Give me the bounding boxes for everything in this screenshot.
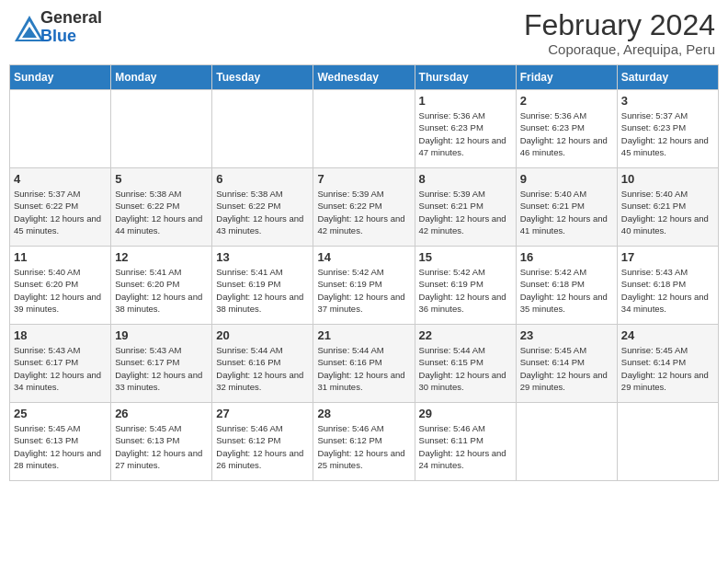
calendar-cell: 11Sunrise: 5:40 AM Sunset: 6:20 PM Dayli…: [10, 247, 111, 325]
calendar-cell: [212, 90, 313, 168]
day-info: Sunrise: 5:45 AM Sunset: 6:14 PM Dayligh…: [621, 344, 714, 393]
day-info: Sunrise: 5:46 AM Sunset: 6:12 PM Dayligh…: [317, 422, 410, 471]
day-info: Sunrise: 5:42 AM Sunset: 6:19 PM Dayligh…: [419, 266, 512, 315]
calendar-cell: 15Sunrise: 5:42 AM Sunset: 6:19 PM Dayli…: [415, 247, 516, 325]
header-cell-thursday: Thursday: [415, 65, 516, 90]
calendar-cell: [10, 90, 111, 168]
day-number: 12: [115, 250, 208, 264]
day-number: 27: [216, 407, 309, 420]
calendar-cell: 14Sunrise: 5:42 AM Sunset: 6:19 PM Dayli…: [313, 247, 415, 325]
day-number: 3: [621, 94, 714, 108]
day-info: Sunrise: 5:42 AM Sunset: 6:19 PM Dayligh…: [317, 266, 410, 315]
calendar-cell: 21Sunrise: 5:44 AM Sunset: 6:16 PM Dayli…: [313, 325, 415, 403]
day-info: Sunrise: 5:42 AM Sunset: 6:18 PM Dayligh…: [520, 266, 613, 315]
day-number: 15: [419, 250, 512, 264]
calendar-cell: 24Sunrise: 5:45 AM Sunset: 6:14 PM Dayli…: [617, 325, 718, 403]
day-info: Sunrise: 5:45 AM Sunset: 6:13 PM Dayligh…: [14, 422, 107, 471]
day-number: 26: [115, 407, 208, 420]
calendar-cell: [111, 90, 212, 168]
day-number: 21: [317, 328, 410, 342]
calendar-cell: 9Sunrise: 5:40 AM Sunset: 6:21 PM Daylig…: [516, 168, 617, 247]
calendar-week-2: 11Sunrise: 5:40 AM Sunset: 6:20 PM Dayli…: [10, 247, 719, 325]
calendar-cell: 12Sunrise: 5:41 AM Sunset: 6:20 PM Dayli…: [111, 247, 212, 325]
day-info: Sunrise: 5:36 AM Sunset: 6:23 PM Dayligh…: [419, 109, 512, 158]
header-cell-friday: Friday: [516, 65, 617, 90]
calendar-cell: 1Sunrise: 5:36 AM Sunset: 6:23 PM Daylig…: [415, 90, 516, 168]
calendar-week-1: 4Sunrise: 5:37 AM Sunset: 6:22 PM Daylig…: [10, 168, 719, 247]
calendar-cell: 13Sunrise: 5:41 AM Sunset: 6:19 PM Dayli…: [212, 247, 313, 325]
day-number: 19: [115, 328, 208, 342]
day-info: Sunrise: 5:37 AM Sunset: 6:23 PM Dayligh…: [621, 109, 714, 158]
day-info: Sunrise: 5:43 AM Sunset: 6:18 PM Dayligh…: [621, 266, 714, 315]
day-info: Sunrise: 5:46 AM Sunset: 6:11 PM Dayligh…: [419, 422, 512, 471]
calendar-table: SundayMondayTuesdayWednesdayThursdayFrid…: [9, 64, 719, 481]
calendar-week-3: 18Sunrise: 5:43 AM Sunset: 6:17 PM Dayli…: [10, 325, 719, 403]
day-number: 17: [621, 250, 714, 264]
day-number: 23: [520, 328, 613, 342]
day-info: Sunrise: 5:40 AM Sunset: 6:20 PM Dayligh…: [14, 266, 107, 315]
calendar-body: 1Sunrise: 5:36 AM Sunset: 6:23 PM Daylig…: [10, 90, 719, 481]
day-number: 25: [14, 407, 107, 420]
logo-text: GeneralBlue: [40, 9, 102, 46]
calendar-cell: 20Sunrise: 5:44 AM Sunset: 6:16 PM Dayli…: [212, 325, 313, 403]
calendar-week-4: 25Sunrise: 5:45 AM Sunset: 6:13 PM Dayli…: [10, 403, 719, 481]
day-info: Sunrise: 5:40 AM Sunset: 6:21 PM Dayligh…: [520, 188, 613, 236]
day-number: 10: [621, 172, 714, 186]
calendar-cell: 23Sunrise: 5:45 AM Sunset: 6:14 PM Dayli…: [516, 325, 617, 403]
day-info: Sunrise: 5:45 AM Sunset: 6:14 PM Dayligh…: [520, 344, 613, 393]
day-number: 13: [216, 250, 309, 264]
day-number: 24: [621, 328, 714, 342]
calendar-cell: [617, 403, 718, 481]
day-number: 6: [216, 172, 309, 186]
logo-blue: Blue: [40, 27, 76, 45]
calendar-cell: 25Sunrise: 5:45 AM Sunset: 6:13 PM Dayli…: [10, 403, 111, 481]
day-info: Sunrise: 5:41 AM Sunset: 6:20 PM Dayligh…: [115, 266, 208, 315]
day-info: Sunrise: 5:45 AM Sunset: 6:13 PM Dayligh…: [115, 422, 208, 471]
day-number: 14: [317, 250, 410, 264]
logo: GeneralBlue: [13, 9, 102, 46]
calendar-cell: 27Sunrise: 5:46 AM Sunset: 6:12 PM Dayli…: [212, 403, 313, 481]
calendar-week-0: 1Sunrise: 5:36 AM Sunset: 6:23 PM Daylig…: [10, 90, 719, 168]
header-cell-sunday: Sunday: [10, 65, 111, 90]
calendar-cell: 8Sunrise: 5:39 AM Sunset: 6:21 PM Daylig…: [415, 168, 516, 247]
day-number: 7: [317, 172, 410, 186]
day-info: Sunrise: 5:44 AM Sunset: 6:16 PM Dayligh…: [216, 344, 309, 393]
calendar-cell: 29Sunrise: 5:46 AM Sunset: 6:11 PM Dayli…: [415, 403, 516, 481]
calendar-cell: 6Sunrise: 5:38 AM Sunset: 6:22 PM Daylig…: [212, 168, 313, 247]
day-info: Sunrise: 5:43 AM Sunset: 6:17 PM Dayligh…: [115, 344, 208, 393]
day-info: Sunrise: 5:40 AM Sunset: 6:21 PM Dayligh…: [621, 188, 714, 236]
location-subtitle: Coporaque, Arequipa, Peru: [524, 41, 715, 57]
day-info: Sunrise: 5:38 AM Sunset: 6:22 PM Dayligh…: [216, 188, 309, 236]
header-cell-wednesday: Wednesday: [313, 65, 415, 90]
calendar-cell: 28Sunrise: 5:46 AM Sunset: 6:12 PM Dayli…: [313, 403, 415, 481]
day-info: Sunrise: 5:43 AM Sunset: 6:17 PM Dayligh…: [14, 344, 107, 393]
day-number: 18: [14, 328, 107, 342]
header-cell-tuesday: Tuesday: [212, 65, 313, 90]
day-number: 4: [14, 172, 107, 186]
day-info: Sunrise: 5:46 AM Sunset: 6:12 PM Dayligh…: [216, 422, 309, 471]
day-info: Sunrise: 5:44 AM Sunset: 6:16 PM Dayligh…: [317, 344, 410, 393]
calendar-cell: 18Sunrise: 5:43 AM Sunset: 6:17 PM Dayli…: [10, 325, 111, 403]
page-header: GeneralBlue February 2024 Coporaque, Are…: [9, 9, 719, 57]
calendar-cell: 2Sunrise: 5:36 AM Sunset: 6:23 PM Daylig…: [516, 90, 617, 168]
calendar-cell: 7Sunrise: 5:39 AM Sunset: 6:22 PM Daylig…: [313, 168, 415, 247]
header-cell-monday: Monday: [111, 65, 212, 90]
month-title: February 2024: [524, 9, 715, 41]
day-number: 2: [520, 94, 613, 108]
day-number: 9: [520, 172, 613, 186]
calendar-cell: 10Sunrise: 5:40 AM Sunset: 6:21 PM Dayli…: [617, 168, 718, 247]
header-cell-saturday: Saturday: [617, 65, 718, 90]
title-block: February 2024 Coporaque, Arequipa, Peru: [524, 9, 715, 57]
day-info: Sunrise: 5:39 AM Sunset: 6:22 PM Dayligh…: [317, 188, 410, 236]
day-number: 20: [216, 328, 309, 342]
calendar-cell: 26Sunrise: 5:45 AM Sunset: 6:13 PM Dayli…: [111, 403, 212, 481]
day-number: 11: [14, 250, 107, 264]
day-number: 5: [115, 172, 208, 186]
day-number: 28: [317, 407, 410, 420]
day-info: Sunrise: 5:44 AM Sunset: 6:15 PM Dayligh…: [419, 344, 512, 393]
calendar-cell: 22Sunrise: 5:44 AM Sunset: 6:15 PM Dayli…: [415, 325, 516, 403]
day-info: Sunrise: 5:39 AM Sunset: 6:21 PM Dayligh…: [419, 188, 512, 236]
calendar-cell: 16Sunrise: 5:42 AM Sunset: 6:18 PM Dayli…: [516, 247, 617, 325]
calendar-cell: 4Sunrise: 5:37 AM Sunset: 6:22 PM Daylig…: [10, 168, 111, 247]
day-number: 1: [419, 94, 512, 108]
